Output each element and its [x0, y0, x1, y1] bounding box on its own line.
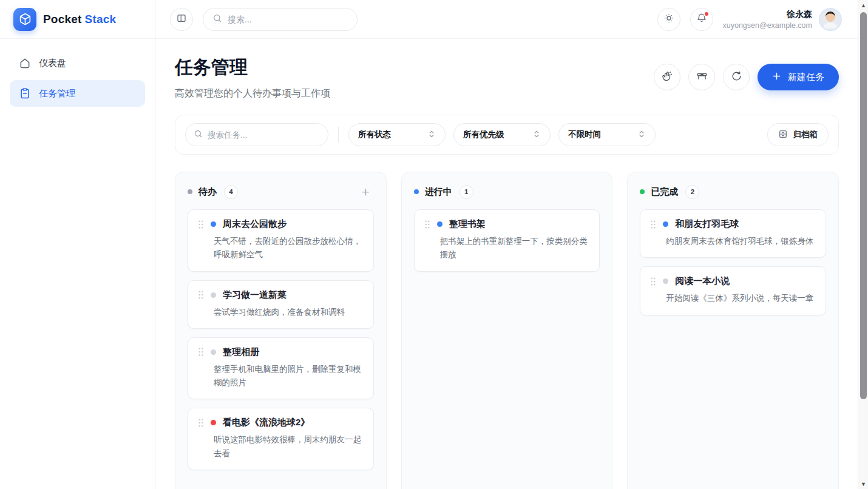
global-search[interactable]: [203, 8, 358, 31]
plus-icon: [772, 72, 781, 83]
panel-left-icon: [176, 13, 187, 25]
filter-divider: [338, 127, 339, 143]
task-search-input[interactable]: [208, 130, 320, 140]
task-card[interactable]: 整理书架 把书架上的书重新整理一下，按类别分类摆放: [414, 209, 600, 272]
global-search-input[interactable]: [228, 15, 348, 24]
time-filter-select[interactable]: 不限时间: [558, 123, 656, 146]
avatar[interactable]: [819, 8, 842, 31]
task-description: 尝试学习做红烧肉，准备食材和调料: [214, 306, 364, 319]
task-header: 整理书架: [424, 218, 590, 230]
chevron-up-down-icon: [427, 130, 436, 140]
task-header: 学习做一道新菜: [198, 289, 364, 301]
sidebar-nav: 仪表盘 任务管理: [0, 39, 155, 121]
search-icon: [194, 129, 203, 141]
priority-filter-value: 所有优先级: [463, 129, 504, 140]
task-title: 看电影《流浪地球2》: [223, 417, 310, 428]
task-title: 整理书架: [449, 218, 486, 230]
column-title: 待办: [198, 186, 217, 198]
task-title: 周末去公园散步: [223, 218, 287, 230]
drag-handle-icon[interactable]: [198, 290, 204, 300]
task-card[interactable]: 整理相册 整理手机和电脑里的照片，删除重复和模糊的照片: [188, 337, 374, 400]
task-description: 听说这部电影特效很棒，周末约朋友一起去看: [214, 433, 364, 460]
task-card[interactable]: 周末去公园散步 天气不错，去附近的公园散步放松心情，呼吸新鲜空气: [188, 209, 374, 272]
search-icon: [212, 13, 222, 25]
sidebar-item-tasks[interactable]: 任务管理: [10, 80, 145, 107]
content: 任务管理 高效管理您的个人待办事项与工作项: [155, 39, 858, 489]
task-description: 整理手机和电脑里的照片，删除重复和模糊的照片: [214, 363, 364, 390]
task-description: 开始阅读《三体》系列小说，每天读一章: [666, 292, 816, 305]
gesture-mode-button[interactable]: [654, 64, 680, 90]
task-description: 约朋友周末去体育馆打羽毛球，锻炼身体: [666, 235, 816, 248]
task-priority-dot: [211, 292, 216, 298]
task-card[interactable]: 看电影《流浪地球2》 听说这部电影特效很棒，周末约朋友一起去看: [188, 408, 374, 470]
brand-name: PocketStack: [43, 13, 116, 26]
scroll-down-arrow-icon[interactable]: ▼: [858, 479, 868, 489]
column-title: 进行中: [425, 186, 452, 198]
task-priority-dot: [437, 221, 442, 227]
page-title: 任务管理: [175, 55, 330, 80]
user-meta: 徐永森 xuyongsen@example.com: [723, 9, 813, 30]
page-heading-group: 任务管理 高效管理您的个人待办事项与工作项: [175, 55, 330, 100]
sidebar-item-label: 仪表盘: [39, 58, 66, 69]
task-priority-dot: [663, 221, 668, 227]
sun-icon: [663, 13, 674, 25]
task-title: 整理相册: [223, 346, 259, 358]
theme-toggle-button[interactable]: [657, 8, 680, 31]
scrollbar-thumb[interactable]: [860, 12, 867, 399]
task-card[interactable]: 和朋友打羽毛球 约朋友周末去体育馆打羽毛球，锻炼身体: [640, 209, 826, 258]
task-header: 整理相册: [198, 346, 364, 358]
header-actions: 新建任务: [654, 64, 839, 90]
new-task-button[interactable]: 新建任务: [758, 64, 839, 90]
task-description: 把书架上的书重新整理一下，按类别分类摆放: [440, 235, 590, 262]
task-search[interactable]: [185, 123, 328, 146]
drag-handle-icon[interactable]: [198, 418, 204, 428]
kanban-column: 已完成 2 和朋友打羽毛球 约朋友周末去体育馆打羽毛球，锻炼身体: [627, 172, 839, 489]
column-count-badge: 2: [685, 185, 699, 199]
tasks-icon: [19, 87, 31, 99]
priority-filter-select[interactable]: 所有优先级: [453, 123, 551, 146]
status-filter-value: 所有状态: [358, 129, 391, 140]
page-subtitle: 高效管理您的个人待办事项与工作项: [175, 87, 330, 100]
task-title: 学习做一道新菜: [223, 289, 287, 301]
column-status-dot: [414, 189, 419, 194]
column-header: 已完成 2: [640, 184, 826, 200]
task-list: 和朋友打羽毛球 约朋友周末去体育馆打羽毛球，锻炼身体 阅读一本小说 开始阅读《三…: [640, 209, 826, 315]
drag-handle-icon[interactable]: [198, 347, 204, 357]
kanban-column: 进行中 1 整理书架 把书架上的书重新整理一下，按类别分类摆放: [401, 172, 613, 489]
add-task-button[interactable]: [358, 184, 374, 200]
desk-icon: [696, 70, 708, 84]
notifications-button[interactable]: [690, 8, 713, 31]
chevron-up-down-icon: [637, 130, 646, 140]
archive-button[interactable]: 归档箱: [767, 123, 829, 146]
desk-view-button[interactable]: [688, 64, 715, 90]
user-block[interactable]: 徐永森 xuyongsen@example.com: [723, 8, 843, 31]
time-filter-value: 不限时间: [568, 129, 601, 140]
kanban-column: 待办 4 周末去公园散步 天气不错，去附近的公园散步放松心情，呼吸新鲜空气: [175, 172, 387, 489]
archive-label: 归档箱: [793, 129, 818, 140]
task-card[interactable]: 阅读一本小说 开始阅读《三体》系列小说，每天读一章: [640, 266, 826, 315]
vertical-scrollbar[interactable]: ▲ ▼: [858, 0, 868, 489]
task-card[interactable]: 学习做一道新菜 尝试学习做红烧肉，准备食材和调料: [188, 280, 374, 329]
user-name: 徐永森: [723, 9, 813, 20]
sidebar-item-dashboard[interactable]: 仪表盘: [10, 50, 145, 76]
column-header: 待办 4: [188, 184, 374, 200]
page-header: 任务管理 高效管理您的个人待办事项与工作项: [175, 55, 839, 100]
column-status-dot: [640, 189, 645, 194]
task-list: 周末去公园散步 天气不错，去附近的公园散步放松心情，呼吸新鲜空气 学习做一道新菜…: [188, 209, 374, 470]
task-priority-dot: [211, 420, 216, 425]
status-filter-select[interactable]: 所有状态: [348, 123, 446, 146]
drag-handle-icon[interactable]: [650, 277, 656, 286]
scroll-up-arrow-icon[interactable]: ▲: [858, 0, 868, 10]
sidebar-toggle-button[interactable]: [170, 8, 193, 31]
sidebar-item-label: 任务管理: [39, 88, 75, 99]
task-header: 周末去公园散步: [198, 218, 364, 230]
drag-handle-icon[interactable]: [424, 220, 430, 229]
cube-logo-icon: [13, 8, 36, 31]
task-priority-dot: [663, 278, 668, 284]
drag-handle-icon[interactable]: [650, 220, 656, 229]
task-title: 和朋友打羽毛球: [675, 218, 739, 230]
topbar: 徐永森 xuyongsen@example.com: [155, 0, 858, 39]
column-header: 进行中 1: [414, 184, 600, 200]
refresh-button[interactable]: [723, 64, 750, 90]
drag-handle-icon[interactable]: [198, 220, 204, 229]
